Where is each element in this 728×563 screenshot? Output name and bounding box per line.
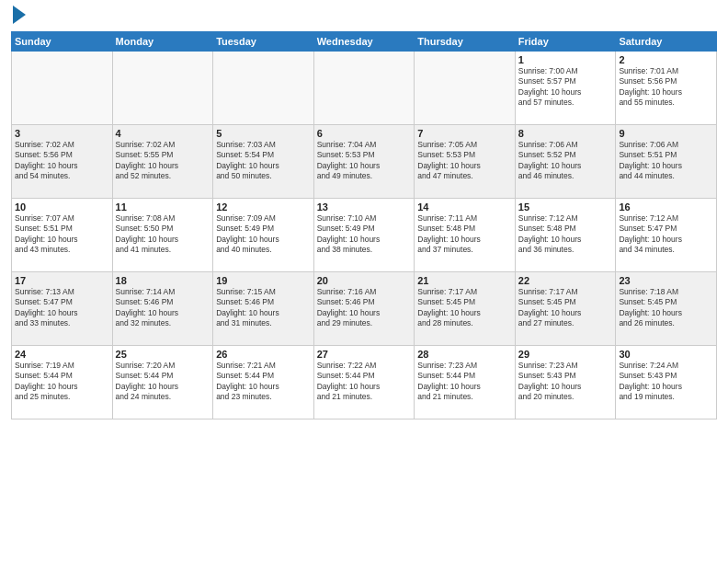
day-cell: 25Sunrise: 7:20 AM Sunset: 5:44 PM Dayli… [112, 346, 213, 419]
day-number: 6 [317, 128, 412, 139]
day-cell: 24Sunrise: 7:19 AM Sunset: 5:44 PM Dayli… [12, 346, 113, 419]
day-cell: 29Sunrise: 7:23 AM Sunset: 5:43 PM Dayli… [515, 346, 616, 419]
week-row-2: 3Sunrise: 7:02 AM Sunset: 5:56 PM Daylig… [12, 125, 717, 199]
week-row-3: 10Sunrise: 7:07 AM Sunset: 5:51 PM Dayli… [12, 199, 717, 272]
day-info: Sunrise: 7:15 AM Sunset: 5:46 PM Dayligh… [216, 287, 311, 329]
day-cell: 13Sunrise: 7:10 AM Sunset: 5:49 PM Dayli… [313, 199, 415, 272]
day-number: 26 [216, 349, 311, 360]
day-number: 20 [317, 275, 412, 286]
day-cell [112, 52, 213, 125]
logo [11, 9, 26, 24]
calendar-table: SundayMondayTuesdayWednesdayThursdayFrid… [11, 31, 717, 419]
day-number: 2 [619, 54, 713, 65]
logo-arrow-icon [13, 6, 26, 24]
day-cell: 27Sunrise: 7:22 AM Sunset: 5:44 PM Dayli… [313, 346, 415, 419]
day-cell: 7Sunrise: 7:05 AM Sunset: 5:53 PM Daylig… [415, 125, 516, 199]
day-cell [12, 52, 113, 125]
day-info: Sunrise: 7:11 AM Sunset: 5:48 PM Dayligh… [417, 213, 512, 256]
day-cell: 23Sunrise: 7:18 AM Sunset: 5:45 PM Dayli… [616, 272, 717, 346]
day-cell: 28Sunrise: 7:23 AM Sunset: 5:44 PM Dayli… [415, 346, 516, 419]
day-info: Sunrise: 7:06 AM Sunset: 5:51 PM Dayligh… [619, 140, 713, 182]
day-info: Sunrise: 7:23 AM Sunset: 5:44 PM Dayligh… [417, 361, 512, 403]
day-cell: 11Sunrise: 7:08 AM Sunset: 5:50 PM Dayli… [112, 199, 213, 272]
day-number: 22 [518, 275, 613, 286]
day-info: Sunrise: 7:23 AM Sunset: 5:43 PM Dayligh… [518, 361, 613, 403]
day-info: Sunrise: 7:05 AM Sunset: 5:53 PM Dayligh… [417, 140, 512, 182]
day-cell: 2Sunrise: 7:01 AM Sunset: 5:56 PM Daylig… [616, 52, 717, 125]
day-number: 7 [417, 128, 512, 139]
day-cell: 5Sunrise: 7:03 AM Sunset: 5:54 PM Daylig… [213, 125, 314, 199]
day-number: 16 [619, 201, 713, 213]
day-number: 3 [15, 128, 109, 139]
header-cell-monday: Monday [112, 32, 213, 52]
day-info: Sunrise: 7:09 AM Sunset: 5:49 PM Dayligh… [216, 213, 311, 256]
day-number: 9 [619, 128, 713, 139]
day-info: Sunrise: 7:16 AM Sunset: 5:46 PM Dayligh… [317, 287, 412, 329]
day-number: 14 [417, 201, 512, 213]
day-number: 8 [518, 128, 613, 139]
day-info: Sunrise: 7:08 AM Sunset: 5:50 PM Dayligh… [116, 213, 210, 256]
day-info: Sunrise: 7:18 AM Sunset: 5:45 PM Dayligh… [619, 287, 713, 329]
day-cell: 26Sunrise: 7:21 AM Sunset: 5:44 PM Dayli… [213, 346, 314, 419]
day-cell: 8Sunrise: 7:06 AM Sunset: 5:52 PM Daylig… [515, 125, 616, 199]
day-info: Sunrise: 7:06 AM Sunset: 5:52 PM Dayligh… [518, 140, 613, 182]
day-info: Sunrise: 7:04 AM Sunset: 5:53 PM Dayligh… [317, 140, 412, 182]
header-cell-friday: Friday [515, 32, 616, 52]
day-number: 4 [116, 128, 210, 139]
week-row-1: 1Sunrise: 7:00 AM Sunset: 5:57 PM Daylig… [12, 52, 717, 125]
day-cell: 20Sunrise: 7:16 AM Sunset: 5:46 PM Dayli… [313, 272, 415, 346]
day-number: 13 [317, 201, 412, 213]
day-number: 5 [216, 128, 311, 139]
day-cell: 19Sunrise: 7:15 AM Sunset: 5:46 PM Dayli… [213, 272, 314, 346]
header [11, 9, 717, 24]
day-cell: 22Sunrise: 7:17 AM Sunset: 5:45 PM Dayli… [515, 272, 616, 346]
day-cell: 18Sunrise: 7:14 AM Sunset: 5:46 PM Dayli… [112, 272, 213, 346]
day-info: Sunrise: 7:02 AM Sunset: 5:56 PM Dayligh… [15, 140, 109, 182]
day-number: 25 [116, 349, 210, 360]
day-info: Sunrise: 7:02 AM Sunset: 5:55 PM Dayligh… [116, 140, 210, 182]
day-number: 23 [619, 275, 713, 286]
day-cell: 10Sunrise: 7:07 AM Sunset: 5:51 PM Dayli… [12, 199, 113, 272]
day-info: Sunrise: 7:01 AM Sunset: 5:56 PM Dayligh… [619, 66, 713, 109]
day-number: 11 [116, 201, 210, 213]
day-number: 17 [15, 275, 109, 286]
day-cell: 15Sunrise: 7:12 AM Sunset: 5:48 PM Dayli… [515, 199, 616, 272]
day-info: Sunrise: 7:17 AM Sunset: 5:45 PM Dayligh… [417, 287, 512, 329]
header-cell-tuesday: Tuesday [213, 32, 314, 52]
day-number: 15 [518, 201, 613, 213]
day-number: 18 [116, 275, 210, 286]
day-cell: 9Sunrise: 7:06 AM Sunset: 5:51 PM Daylig… [616, 125, 717, 199]
day-info: Sunrise: 7:20 AM Sunset: 5:44 PM Dayligh… [116, 361, 210, 403]
day-cell [313, 52, 415, 125]
day-cell: 6Sunrise: 7:04 AM Sunset: 5:53 PM Daylig… [313, 125, 415, 199]
day-cell: 14Sunrise: 7:11 AM Sunset: 5:48 PM Dayli… [415, 199, 516, 272]
week-row-4: 17Sunrise: 7:13 AM Sunset: 5:47 PM Dayli… [12, 272, 717, 346]
day-info: Sunrise: 7:24 AM Sunset: 5:43 PM Dayligh… [619, 361, 713, 403]
day-number: 21 [417, 275, 512, 286]
header-row: SundayMondayTuesdayWednesdayThursdayFrid… [12, 32, 717, 52]
day-number: 30 [619, 349, 713, 360]
day-number: 24 [15, 349, 109, 360]
header-cell-wednesday: Wednesday [313, 32, 415, 52]
day-info: Sunrise: 7:22 AM Sunset: 5:44 PM Dayligh… [317, 361, 412, 403]
day-info: Sunrise: 7:17 AM Sunset: 5:45 PM Dayligh… [518, 287, 613, 329]
header-cell-thursday: Thursday [415, 32, 516, 52]
day-info: Sunrise: 7:10 AM Sunset: 5:49 PM Dayligh… [317, 213, 412, 256]
day-number: 29 [518, 349, 613, 360]
day-info: Sunrise: 7:12 AM Sunset: 5:48 PM Dayligh… [518, 213, 613, 256]
day-cell: 30Sunrise: 7:24 AM Sunset: 5:43 PM Dayli… [616, 346, 717, 419]
day-cell: 17Sunrise: 7:13 AM Sunset: 5:47 PM Dayli… [12, 272, 113, 346]
day-info: Sunrise: 7:21 AM Sunset: 5:44 PM Dayligh… [216, 361, 311, 403]
day-info: Sunrise: 7:03 AM Sunset: 5:54 PM Dayligh… [216, 140, 311, 182]
day-info: Sunrise: 7:07 AM Sunset: 5:51 PM Dayligh… [15, 213, 109, 256]
page-container: SundayMondayTuesdayWednesdayThursdayFrid… [0, 0, 728, 427]
day-cell: 21Sunrise: 7:17 AM Sunset: 5:45 PM Dayli… [415, 272, 516, 346]
day-cell: 3Sunrise: 7:02 AM Sunset: 5:56 PM Daylig… [12, 125, 113, 199]
day-number: 28 [417, 349, 512, 360]
day-info: Sunrise: 7:00 AM Sunset: 5:57 PM Dayligh… [518, 66, 613, 109]
day-number: 10 [15, 201, 109, 213]
day-cell: 4Sunrise: 7:02 AM Sunset: 5:55 PM Daylig… [112, 125, 213, 199]
day-cell: 1Sunrise: 7:00 AM Sunset: 5:57 PM Daylig… [515, 52, 616, 125]
day-info: Sunrise: 7:13 AM Sunset: 5:47 PM Dayligh… [15, 287, 109, 329]
day-number: 27 [317, 349, 412, 360]
